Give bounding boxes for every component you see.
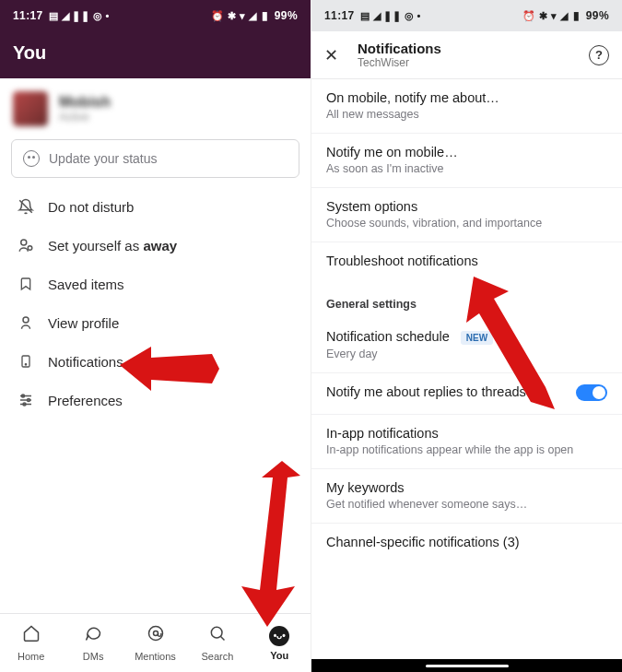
- bookmark-icon: [17, 275, 35, 293]
- android-nav-bar: [311, 659, 622, 672]
- header-title: Notifications: [358, 41, 578, 56]
- menu-preferences[interactable]: Preferences: [0, 381, 311, 419]
- status-notif-icons: ▤ ◢ ❚❚ ◎ •: [360, 10, 421, 22]
- menu-saved-items[interactable]: Saved items: [0, 265, 311, 303]
- status-input[interactable]: Update your status: [11, 139, 299, 178]
- svg-point-5: [25, 364, 26, 365]
- settings-list: On mobile, notify me about… All new mess…: [311, 79, 622, 564]
- setting-thread-replies[interactable]: Notify me about replies to threads: [311, 373, 622, 415]
- setting-troubleshoot[interactable]: Troubleshoot notifications: [311, 242, 622, 283]
- svg-line-15: [220, 636, 224, 640]
- mobile-notification-icon: [17, 352, 35, 371]
- status-battery: 99%: [275, 9, 298, 22]
- help-icon[interactable]: ?: [589, 45, 609, 65]
- setting-in-app[interactable]: In-app notifications In-app notification…: [311, 415, 622, 469]
- status-battery-icon: ▮: [262, 9, 268, 22]
- person-icon: [17, 313, 35, 332]
- tab-home[interactable]: Home: [0, 614, 62, 672]
- setting-system-options[interactable]: System options Choose sounds, vibration,…: [311, 188, 622, 242]
- tab-you[interactable]: •ᴗ• You: [249, 614, 311, 672]
- setting-on-mobile[interactable]: On mobile, notify me about… All new mess…: [311, 79, 622, 134]
- svg-point-3: [23, 317, 29, 323]
- right-phone: 11:17 ▤ ◢ ❚❚ ◎ • ⏰ ✱ ▾ ◢ ▮ 99% ✕ Notific…: [311, 0, 622, 672]
- status-placeholder: Update your status: [49, 151, 158, 166]
- setting-notification-schedule[interactable]: Notification schedule NEW Every day: [311, 318, 622, 373]
- home-icon: [22, 624, 41, 647]
- menu-notifications[interactable]: Notifications: [0, 342, 311, 381]
- setting-channel-specific[interactable]: Channel-specific notifications (3): [311, 524, 622, 564]
- status-notif-icons: ▤ ◢ ❚❚ ◎ •: [49, 10, 110, 22]
- sliders-icon: [17, 391, 35, 409]
- setting-keywords[interactable]: My keywords Get notified whenever someon…: [311, 469, 622, 524]
- dms-icon: [84, 624, 102, 647]
- bottom-tab-bar: Home DMs Mentions: [0, 613, 311, 672]
- mentions-icon: [147, 624, 165, 647]
- status-battery-icon: ▮: [573, 9, 580, 22]
- toggle-switch[interactable]: [576, 384, 607, 401]
- status-system-icons: ⏰ ✱ ▾ ◢: [211, 10, 256, 22]
- menu-do-not-disturb[interactable]: Do not disturb: [0, 187, 311, 226]
- notifications-header: ✕ Notifications TechWiser ?: [311, 31, 622, 79]
- section-general-settings: General settings: [311, 283, 622, 318]
- status-time: 11:17: [13, 9, 43, 22]
- tab-search[interactable]: Search: [186, 614, 248, 672]
- tab-dms[interactable]: DMs: [62, 614, 123, 672]
- status-bar-left: 11:17 ▤ ◢ ❚❚ ◎ • ⏰ ✱ ▾ ◢ ▮ 99%: [0, 0, 311, 31]
- profile-row[interactable]: Mobish Active: [0, 78, 311, 139]
- person-away-icon: [17, 236, 35, 254]
- bell-off-icon: [17, 197, 35, 216]
- profile-status: Active: [59, 111, 111, 124]
- menu-view-profile[interactable]: View profile: [0, 303, 311, 342]
- tab-mentions[interactable]: Mentions: [124, 614, 186, 672]
- status-bar-right: 11:17 ▤ ◢ ❚❚ ◎ • ⏰ ✱ ▾ ◢ ▮ 99%: [311, 0, 622, 31]
- page-title: You: [0, 31, 311, 78]
- status-time: 11:17: [324, 9, 355, 22]
- setting-notify-mobile[interactable]: Notify me on mobile… As soon as I'm inac…: [311, 134, 622, 188]
- smiley-icon: [23, 150, 40, 167]
- you-active-icon: •ᴗ•: [269, 626, 289, 646]
- status-system-icons: ⏰ ✱ ▾ ◢: [522, 10, 568, 22]
- svg-point-1: [21, 240, 27, 245]
- close-icon[interactable]: ✕: [324, 45, 346, 65]
- left-phone: 11:17 ▤ ◢ ❚❚ ◎ • ⏰ ✱ ▾ ◢ ▮ 99% You Mobis…: [0, 0, 311, 672]
- svg-point-2: [28, 246, 32, 251]
- header-subtitle: TechWiser: [358, 56, 578, 69]
- status-battery: 99%: [586, 9, 609, 22]
- search-icon: [208, 624, 227, 647]
- profile-name: Mobish: [59, 94, 111, 111]
- menu: Do not disturb Set yourself as away Save…: [0, 187, 311, 419]
- menu-set-away[interactable]: Set yourself as away: [0, 226, 311, 265]
- svg-point-14: [211, 627, 222, 638]
- new-badge: NEW: [461, 331, 493, 345]
- avatar: [13, 91, 48, 126]
